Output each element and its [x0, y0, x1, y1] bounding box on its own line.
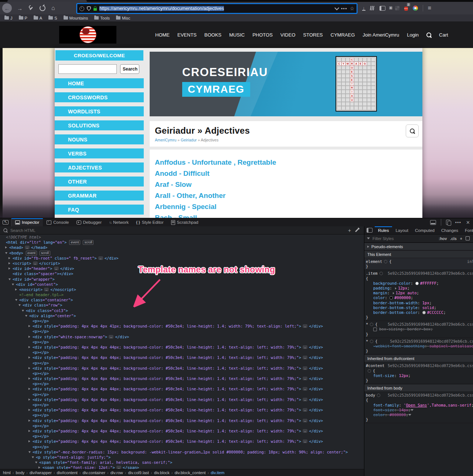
back-button[interactable]: ← — [2, 3, 12, 13]
expand-arrow-icon[interactable] — [28, 356, 30, 359]
adjective-link[interactable]: Bach - Small — [155, 214, 417, 218]
css-property[interactable]: border-bottom-width: 1px; — [364, 301, 473, 305]
search-html-bar[interactable]: Search HTML + — [0, 226, 364, 234]
tree-line[interactable]: <p></p> — [0, 329, 364, 334]
stylesheet-link[interactable]: 5e92c252b599169948124bcd0729eb6cb.css:7 — [390, 339, 473, 344]
expand-arrow-icon[interactable] — [12, 284, 14, 285]
rules-tab-rules[interactable]: Rules — [375, 226, 392, 234]
add-node-icon[interactable]: + — [348, 227, 351, 233]
tree-line[interactable]: <span style="font-size: 12pt;">…</span> — [0, 465, 364, 469]
sidebar-welcome-button[interactable]: CROESO/WELCOME — [55, 50, 143, 61]
filter-styles-bar[interactable]: Filter Styles :hov .cls + — [364, 234, 473, 243]
selector-highlighter-icon[interactable] — [368, 369, 371, 373]
expand-arrow-icon[interactable] — [28, 430, 30, 432]
tree-line[interactable]: <div style="padding: 4px 4px 4px 41px; b… — [0, 323, 364, 329]
tree-line[interactable]: <p style="text-align: justify;"> — [0, 455, 364, 460]
tree-line[interactable]: <p></p> — [0, 434, 364, 439]
expand-value-icon[interactable] — [393, 292, 394, 294]
collapsed-content-icon[interactable]: … — [303, 356, 307, 359]
node-breadcrumb-item[interactable]: div.block — [154, 470, 170, 475]
devtools-tab-inspector[interactable]: Inspector — [11, 218, 43, 226]
expand-arrow-icon[interactable] — [5, 252, 7, 254]
css-property[interactable]: background-color: #FFFFFF; — [364, 281, 473, 286]
expand-arrow-icon[interactable] — [8, 257, 10, 259]
scroll-badge[interactable]: scroll — [40, 251, 50, 256]
collapsed-content-icon[interactable]: … — [116, 466, 121, 469]
library-icon[interactable] — [370, 6, 375, 10]
collapsed-content-icon[interactable]: … — [25, 246, 30, 249]
tree-line[interactable]: <div style="padding: 4px 4px 4px 44px; b… — [0, 439, 364, 444]
expand-arrow-icon[interactable] — [38, 466, 40, 469]
css-property[interactable]: color: #000000; — [364, 295, 473, 300]
nav-item[interactable]: BOOKS — [204, 32, 221, 38]
nav-item[interactable]: PHOTOS — [252, 32, 273, 38]
css-property[interactable]: color: #000000; — [364, 412, 473, 417]
nav-cart[interactable]: Cart — [439, 32, 448, 38]
adjective-link[interactable]: Arbennig - Special — [155, 203, 417, 211]
expand-arrow-icon[interactable] — [8, 262, 10, 264]
devtools-tab-scratchpad[interactable]: Scratchpad — [167, 218, 202, 226]
font-family-link[interactable]: Open Sans — [406, 403, 427, 407]
bookmark-star-icon[interactable]: ☆ — [350, 6, 354, 11]
expand-arrow-icon[interactable] — [28, 346, 30, 348]
css-property[interactable]: font-family: 'Open Sans',Tahoma,sans-ser… — [364, 403, 473, 408]
tree-line[interactable]: <p></p> — [0, 444, 364, 449]
sidebar-toggle-icon[interactable] — [367, 228, 372, 233]
expand-arrow-icon[interactable] — [18, 304, 21, 306]
node-breadcrumb-item[interactable]: html — [3, 470, 11, 475]
print-sim-icon[interactable] — [466, 236, 470, 240]
rule-header[interactable]: element{inline — [364, 259, 473, 264]
tree-line[interactable]: <div class="row"> — [0, 302, 364, 308]
devtools-tab-debugger[interactable]: Debugger — [73, 218, 106, 226]
hover-toggle[interactable]: :hov — [439, 236, 447, 241]
color-swatch[interactable] — [415, 282, 419, 285]
wrench-icon[interactable] — [28, 6, 34, 11]
node-breadcrumb-item[interactable]: div#wrapper — [30, 470, 52, 475]
rule-selector[interactable]: body — [366, 393, 375, 398]
expand-arrow-icon[interactable] — [28, 377, 30, 380]
collapsed-content-icon[interactable]: … — [303, 377, 307, 380]
sidebar-item-other[interactable]: OTHER — [55, 177, 144, 186]
forward-button[interactable]: → — [17, 5, 23, 11]
stylesheet-link[interactable]: inline — [467, 259, 473, 264]
sidebar-item-adjectives[interactable]: ADJECTIVES — [55, 162, 144, 172]
add-rule-icon[interactable]: + — [460, 236, 462, 241]
bookmark-folder[interactable]: Misc — [116, 16, 130, 20]
tracking-protection-icon[interactable] — [87, 6, 91, 11]
devtools-tab-console[interactable]: Console — [43, 218, 72, 226]
selector-highlighter-icon[interactable] — [370, 323, 373, 326]
class-toggle[interactable]: .cls — [450, 236, 457, 241]
breadcrumb-item[interactable]: Geiriadur — [181, 138, 197, 142]
tree-line[interactable]: <div align="center"> — [0, 313, 364, 318]
collapsed-content-icon[interactable]: … — [33, 261, 38, 265]
url-text[interactable]: https://americymru.net/americymru/docume… — [99, 6, 333, 11]
collapsed-content-icon[interactable]: … — [98, 256, 103, 260]
css-property[interactable]: border-bottom-color: #CCCCCC; — [364, 310, 473, 315]
tree-line[interactable]: <div id="fb-root" class=" fb_reset">…</d… — [0, 256, 364, 261]
selector-highlighter-icon[interactable] — [384, 260, 387, 263]
bookmark-folder[interactable]: J — [4, 16, 13, 20]
nav-item[interactable]: EVENTS — [177, 32, 197, 38]
site-logo[interactable] — [59, 26, 116, 44]
devtools-menu-icon[interactable]: ••• — [455, 220, 461, 225]
rule-header[interactable]: .item5e92c252b599169948124bcd0729eb6cb.c… — [364, 271, 473, 276]
sidebar-item-solutions[interactable]: SOLUTIONS — [55, 120, 144, 130]
lastpass-extension-icon[interactable]: ··· — [404, 7, 408, 11]
tree-line[interactable]: <div style="padding: 4px 4px 4px 44px; b… — [0, 345, 364, 350]
bookmark-folder[interactable]: S — [48, 16, 57, 20]
collapsed-content-icon[interactable]: … — [303, 419, 307, 422]
expand-arrow-icon[interactable] — [32, 456, 34, 458]
pseudo-elements-header[interactable]: Pseudo-elements — [364, 243, 473, 250]
tree-line[interactable]: <html dir="ltr" lang="en">eventscroll — [0, 240, 364, 245]
devtools-close-icon[interactable]: ✕ — [466, 220, 470, 225]
bookmark-folder[interactable]: P — [19, 16, 27, 20]
bookmark-folder[interactable]: Tools — [94, 16, 110, 20]
responsive-mode-icon[interactable] — [446, 220, 450, 225]
nav-item[interactable]: VIDEO — [280, 32, 295, 38]
nav-item[interactable]: CYMRAEG — [331, 32, 355, 38]
collapsed-content-icon[interactable]: … — [303, 324, 307, 328]
selector-highlighter-icon[interactable] — [380, 272, 383, 275]
collapsed-content-icon[interactable]: … — [303, 387, 307, 391]
tree-line[interactable]: <head>…</head> — [0, 245, 364, 250]
rule-header[interactable]: body5e92c252b599169948124bcd0729eb6cb.cs… — [364, 393, 473, 398]
